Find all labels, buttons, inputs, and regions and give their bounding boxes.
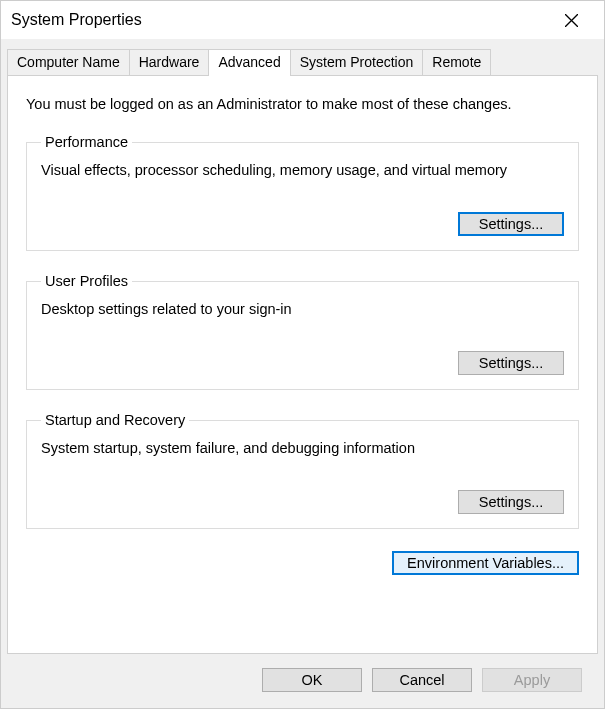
apply-button[interactable]: Apply: [482, 668, 582, 692]
group-user-profiles-legend: User Profiles: [41, 273, 132, 289]
tab-computer-name[interactable]: Computer Name: [7, 49, 130, 75]
cancel-button[interactable]: Cancel: [372, 668, 472, 692]
group-user-profiles: User Profiles Desktop settings related t…: [26, 273, 579, 390]
startup-recovery-settings-button[interactable]: Settings...: [458, 490, 564, 514]
user-profiles-settings-button[interactable]: Settings...: [458, 351, 564, 375]
group-startup-recovery-legend: Startup and Recovery: [41, 412, 189, 428]
close-icon: [565, 14, 578, 27]
tab-hardware[interactable]: Hardware: [129, 49, 210, 75]
group-startup-recovery: Startup and Recovery System startup, sys…: [26, 412, 579, 529]
content-area: Computer Name Hardware Advanced System P…: [1, 39, 604, 708]
environment-variables-button[interactable]: Environment Variables...: [392, 551, 579, 575]
close-button[interactable]: [549, 5, 594, 35]
performance-settings-button[interactable]: Settings...: [458, 212, 564, 236]
group-startup-recovery-desc: System startup, system failure, and debu…: [41, 440, 564, 456]
tabpanel-advanced: You must be logged on as an Administrato…: [7, 75, 598, 654]
tabstrip: Computer Name Hardware Advanced System P…: [7, 49, 598, 75]
group-performance: Performance Visual effects, processor sc…: [26, 134, 579, 251]
group-user-profiles-desc: Desktop settings related to your sign-in: [41, 301, 564, 317]
tab-system-protection[interactable]: System Protection: [290, 49, 424, 75]
group-performance-desc: Visual effects, processor scheduling, me…: [41, 162, 564, 178]
tab-remote[interactable]: Remote: [422, 49, 491, 75]
ok-button[interactable]: OK: [262, 668, 362, 692]
admin-note: You must be logged on as an Administrato…: [26, 96, 579, 112]
dialog-footer: OK Cancel Apply: [7, 654, 598, 708]
window-title: System Properties: [11, 11, 142, 29]
titlebar: System Properties: [1, 1, 604, 39]
group-performance-legend: Performance: [41, 134, 132, 150]
tab-advanced[interactable]: Advanced: [208, 49, 290, 76]
